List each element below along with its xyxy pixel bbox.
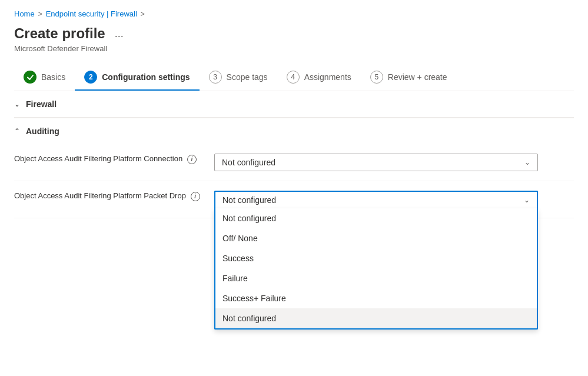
- breadcrumb-firewall[interactable]: Endpoint security | Firewall: [46, 9, 137, 18]
- page-subtitle: Microsoft Defender Firewall: [14, 44, 574, 53]
- packet-drop-label-group: Object Access Audit Filtering Platform P…: [14, 191, 214, 201]
- auditing-section-title: Auditing: [26, 127, 59, 136]
- connection-dropdown-chevron-icon: ⌄: [524, 158, 530, 167]
- packet-drop-control: Not configured ⌄ Not configured Off/ Non…: [214, 191, 544, 208]
- tab-scope-label: Scope tags: [227, 72, 268, 82]
- firewall-section-header[interactable]: ⌄ Firewall: [14, 91, 574, 118]
- connection-control: Not configured ⌄: [214, 154, 544, 171]
- tab-basics-label: Basics: [41, 72, 65, 82]
- firewall-chevron-icon: ⌄: [14, 100, 20, 108]
- content-area: ⌄ Firewall ⌃ Auditing Object Access Audi…: [14, 91, 574, 218]
- tab-scope[interactable]: 3 Scope tags: [200, 65, 277, 91]
- connection-dropdown-value: Not configured: [222, 158, 275, 167]
- page-title: Create profile: [14, 25, 105, 42]
- connection-label: Object Access Audit Filtering Platform C…: [14, 154, 197, 163]
- packet-drop-dropdown-value: Not configured: [222, 195, 276, 205]
- more-options-button[interactable]: ...: [111, 26, 127, 41]
- breadcrumb-home[interactable]: Home: [14, 9, 35, 18]
- option-success[interactable]: Success: [215, 248, 537, 268]
- title-area: Create profile ...: [14, 25, 574, 42]
- tab-step-config: 2: [84, 71, 97, 84]
- packet-drop-label: Object Access Audit Filtering Platform P…: [14, 191, 200, 200]
- tab-assignments-label: Assignments: [304, 72, 351, 82]
- tab-review-label: Review + create: [388, 72, 447, 82]
- tab-step-assignments: 4: [287, 71, 300, 84]
- connection-info-icon[interactable]: i: [187, 155, 197, 164]
- option-success-failure[interactable]: Success+ Failure: [215, 288, 537, 308]
- option-off-none[interactable]: Off/ None: [215, 228, 537, 248]
- firewall-section-title: Firewall: [26, 99, 57, 109]
- breadcrumb-sep-2: >: [141, 10, 145, 18]
- packet-drop-dropdown[interactable]: Not configured ⌄: [214, 191, 538, 208]
- breadcrumb: Home > Endpoint security | Firewall >: [14, 9, 574, 18]
- auditing-section-header[interactable]: ⌃ Auditing: [14, 127, 574, 144]
- tab-check-basics: [24, 71, 36, 84]
- tab-review[interactable]: 5 Review + create: [361, 65, 457, 91]
- tab-step-review: 5: [370, 71, 383, 84]
- auditing-chevron-icon: ⌃: [14, 127, 20, 135]
- tab-step-scope: 3: [209, 71, 222, 84]
- connection-label-group: Object Access Audit Filtering Platform C…: [14, 154, 214, 164]
- packet-drop-info-icon[interactable]: i: [191, 192, 200, 201]
- breadcrumb-sep-1: >: [38, 10, 42, 18]
- option-not-configured-top[interactable]: Not configured: [215, 208, 537, 228]
- packet-drop-dropdown-chevron-icon: ⌄: [524, 196, 530, 204]
- auditing-section: ⌃ Auditing Object Access Audit Filtering…: [14, 118, 574, 218]
- page-container: Home > Endpoint security | Firewall > Cr…: [0, 0, 588, 228]
- tab-config[interactable]: 2 Configuration settings: [75, 65, 199, 91]
- packet-drop-dropdown-menu: Not configured Off/ None Success Failure…: [214, 208, 538, 330]
- connection-dropdown[interactable]: Not configured ⌄: [214, 154, 538, 171]
- tabs-container: Basics 2 Configuration settings 3 Scope …: [14, 65, 574, 91]
- option-not-configured-selected[interactable]: Not configured: [215, 308, 537, 328]
- tab-config-label: Configuration settings: [102, 72, 190, 82]
- tab-basics[interactable]: Basics: [14, 65, 75, 91]
- connection-field: Object Access Audit Filtering Platform C…: [14, 144, 574, 181]
- packet-drop-field: Object Access Audit Filtering Platform P…: [14, 181, 574, 218]
- option-failure[interactable]: Failure: [215, 268, 537, 288]
- tab-assignments[interactable]: 4 Assignments: [277, 65, 361, 91]
